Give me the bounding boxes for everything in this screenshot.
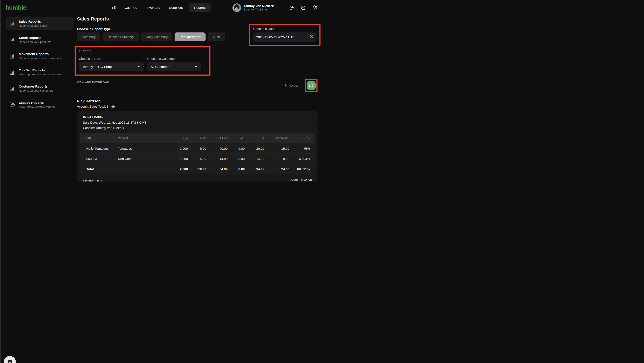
sidebar-item-customer-reports[interactable]: Customer Reports Reports on your custome… xyxy=(6,82,73,95)
topbar-icons xyxy=(289,5,317,10)
nav-reports[interactable]: Reports xyxy=(189,3,211,12)
nav-till[interactable]: Till xyxy=(108,3,118,12)
table-total-row: Total 2.000 10.99 34.99 0.00 34.99 24.00… xyxy=(80,164,314,174)
filters-heading: FILTERS xyxy=(79,50,205,53)
user-store: Tammy's TCG Shop xyxy=(244,8,274,11)
clear-date-icon[interactable] xyxy=(310,35,314,39)
bar-chart-icon xyxy=(10,86,15,91)
sidebar-item-sales-reports[interactable]: Sales Reports Reports on your sales xyxy=(6,17,73,30)
report-type-summary[interactable]: Summary xyxy=(77,32,100,41)
report-type-detailed-summary[interactable]: Detailed Summary xyxy=(102,32,139,41)
cell-vat: 0.00 xyxy=(229,154,246,164)
invoice-summary: Discount: 0.00 VAT: 0 Total Incl.: 34.99… xyxy=(77,174,318,181)
user-name: Tammy Van Niekerk xyxy=(244,4,274,8)
date-range-input[interactable]: 2025-11-05 to 2025-11-13 xyxy=(253,32,316,42)
refresh-annotation-box xyxy=(305,79,318,92)
cell-qty: 1.000 xyxy=(170,154,190,164)
col-header-product: Product xyxy=(116,133,170,143)
sidebar-item-movement-reports[interactable]: Movement Reports Reports on your stock m… xyxy=(6,49,73,62)
customer-dropdown[interactable]: All Customers xyxy=(147,62,201,71)
export-button[interactable]: Export xyxy=(283,83,299,88)
cell-sell: 20.00 xyxy=(246,143,266,154)
report-type-per-customer[interactable]: Per Customer xyxy=(174,32,205,41)
topbar: humble. Till Cash Up Inventory Suppliers… xyxy=(0,0,322,15)
nav-suppliers[interactable]: Suppliers xyxy=(166,3,186,12)
cell-total-qty: 2.000 xyxy=(170,164,190,174)
col-header-sku: SKU xyxy=(80,133,116,143)
cell-total-gp-pct: 68.591% xyxy=(291,164,314,174)
nav-cash-up[interactable]: Cash Up xyxy=(122,3,140,12)
sidebar-item-text: Legacy Reports View legacy Humble report… xyxy=(19,101,55,109)
sidebar-item-legacy-reports[interactable]: Legacy Reports View legacy Humble report… xyxy=(6,98,73,111)
col-header-qty: Qty xyxy=(170,133,190,143)
invoice-header: INV-TTV-806 Sale Date: Wed, 12 Nov 2025 … xyxy=(77,115,318,130)
cell-gp-amount: 15.00 xyxy=(266,143,291,154)
top-navigation: Till Cash Up Inventory Suppliers Reports xyxy=(108,0,211,15)
chevron-down-icon xyxy=(194,65,198,69)
export-icon xyxy=(283,83,288,88)
report-type-audit[interactable]: Audit xyxy=(208,32,225,41)
summary-discount: Discount: 0.00 xyxy=(83,178,106,181)
col-header-sell: Sell xyxy=(246,133,266,143)
customer-filter: Choose a Customer All Customers xyxy=(147,57,201,71)
col-header-cost: Cost xyxy=(190,133,208,143)
sidebar-item-stock-reports[interactable]: Stock Reports Reports on your products xyxy=(6,33,73,46)
cell-gp-amount: 9.00 xyxy=(266,154,291,164)
sidebar-item-subtitle: Reports on your products xyxy=(19,40,51,44)
settings-gear-icon[interactable] xyxy=(312,5,317,10)
sidebar-item-subtitle: Reports on your sales xyxy=(19,24,47,28)
view-download-heading: VIEW AND DOWNLOAD xyxy=(77,81,109,84)
invoice-cashier: Cashier: Tammy Van Niekerk xyxy=(83,126,312,130)
store-filter: Choose a Store Tammy's TCG Shop xyxy=(79,57,144,71)
sidebar-item-title: Stock Reports xyxy=(19,36,51,40)
refresh-button[interactable] xyxy=(307,81,316,90)
cell-sku: Hello-Tomatoes xyxy=(80,143,116,154)
chat-icon[interactable] xyxy=(301,5,306,10)
bar-chart-icon xyxy=(10,53,15,59)
user-meta: Tammy Van Niekerk Tammy's TCG Shop xyxy=(244,4,274,11)
cell-gp-pct: 75% xyxy=(291,143,314,154)
col-header-sell-excl: Sell Excl xyxy=(208,133,229,143)
report-type-daily-summary[interactable]: Daily Summary xyxy=(141,32,173,41)
cell-sell: 14.99 xyxy=(246,154,266,164)
col-header-vat: VAT xyxy=(229,133,246,143)
nav-inventory[interactable]: Inventory xyxy=(144,3,163,12)
sidebar-item-top-sell-reports[interactable]: Top Sell Reports View top products and c… xyxy=(6,66,73,79)
export-label: Export xyxy=(290,84,299,87)
chevron-down-icon xyxy=(137,65,140,69)
sidebar: Sales Reports Reports on your sales Stoc… xyxy=(0,15,77,114)
sidebar-item-subtitle: Reports on your stock movements xyxy=(19,56,62,60)
sidebar-item-title: Legacy Reports xyxy=(19,101,55,105)
cell-sell-excl: 20.00 xyxy=(208,143,229,154)
customer-account-sales-total: Account Sales Total: 34.99 xyxy=(77,105,318,108)
sidebar-item-subtitle: View top products and customers xyxy=(19,73,61,76)
main-content: Sales Reports Choose a Report Type Summa… xyxy=(77,15,322,181)
section-divider xyxy=(77,78,318,78)
sidebar-item-text: Stock Reports Reports on your products xyxy=(19,36,51,44)
table-header-row: SKU Product Qty Cost Sell Excl VAT Sell … xyxy=(80,133,314,143)
avatar[interactable] xyxy=(232,3,241,12)
customer-name: Nick Harrison xyxy=(77,99,318,103)
page-title: Sales Reports xyxy=(77,16,318,22)
sidebar-item-text: Top Sell Reports View top products and c… xyxy=(19,68,61,76)
cell-blank xyxy=(116,164,170,174)
cell-product: Red Onion xyxy=(116,154,170,164)
invoice-card: INV-TTV-806 Sale Date: Wed, 12 Nov 2025 … xyxy=(77,111,318,181)
invoice-summary-left: Discount: 0.00 VAT: 0 Total Incl.: 34.99 xyxy=(83,178,106,181)
store-dropdown-value: Tammy's TCG Shop xyxy=(82,65,137,69)
cell-total-sell-excl: 34.99 xyxy=(208,164,229,174)
sidebar-item-title: Sales Reports xyxy=(19,19,47,24)
cell-gp-pct: 60.04% xyxy=(291,154,314,164)
summary-account: Account: 34.99 xyxy=(281,177,312,181)
col-header-gp-pct: GP % xyxy=(291,133,314,143)
view-download-row: VIEW AND DOWNLOAD Export xyxy=(77,79,318,92)
cell-product: Tomatoes xyxy=(116,143,170,154)
view-download-actions: Export xyxy=(283,79,318,92)
sidebar-item-text: Movement Reports Reports on your stock m… xyxy=(19,52,62,60)
cell-total-label: Total xyxy=(80,164,116,174)
cloud-sync-icon[interactable] xyxy=(289,5,294,10)
folder-open-icon xyxy=(10,102,15,108)
store-dropdown[interactable]: Tammy's TCG Shop xyxy=(79,62,144,71)
cell-sku: 050033 xyxy=(80,154,116,164)
cell-total-sell: 34.99 xyxy=(246,164,266,174)
